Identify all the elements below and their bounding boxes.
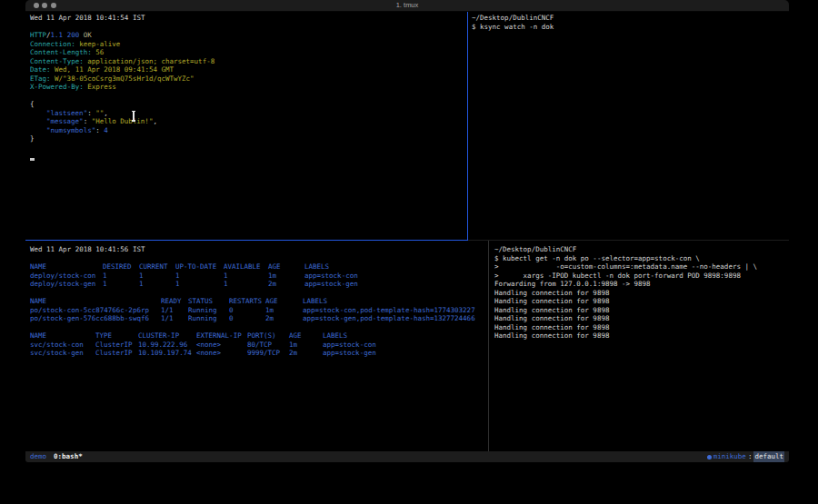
- pane-ksync[interactable]: ~/Desktop/DublinCNCF $ ksync watch -n do…: [468, 12, 789, 241]
- tmux-status-bar: demo0:bash* minikube:default: [25, 451, 789, 462]
- cell: 1/1: [161, 306, 188, 315]
- terminal-window: 1. tmux Wed 11 Apr 2018 10:41:54 IST HTT…: [25, 0, 789, 462]
- cell: 1: [103, 272, 139, 281]
- header-value: Express: [87, 83, 116, 91]
- http-header-line: Date:Wed, 11 Apr 2018 09:41:54 GMT: [30, 65, 472, 74]
- json-separator: :: [84, 117, 92, 125]
- timestamp-line: Wed 11 Apr 2018 10:41:54 IST: [30, 14, 472, 23]
- cell: Running: [188, 306, 229, 315]
- header-value: application/json; charset=utf-8: [87, 57, 214, 65]
- timestamp-line: Wed 11 Apr 2018 10:41:56 IST: [30, 245, 493, 254]
- output-line: Handling connection for 9898: [494, 314, 789, 323]
- blank-line: [30, 289, 493, 298]
- output-text: $ kubectl get -n dok po --selector=app=s…: [494, 254, 700, 262]
- mouse-ibeam-cursor: [133, 112, 135, 121]
- http-header-line: X-Powered-By:Express: [30, 83, 472, 92]
- col-header: PORT(S): [247, 331, 289, 341]
- cell: app=stock-gen: [304, 280, 358, 289]
- cell: po/stock-con-5cc874766c-2p6rp: [30, 306, 161, 315]
- cell: app=stock-gen,pod-template-hash=13277244…: [303, 314, 475, 323]
- output-text: Handling connection for 9898: [494, 323, 609, 331]
- cell: 1m: [268, 272, 304, 281]
- status-right: minikube:default: [707, 451, 784, 462]
- cwd-text: ~/Desktop/DublinCNCF: [494, 245, 576, 253]
- cwd-line: ~/Desktop/DublinCNCF: [472, 14, 789, 23]
- cell: 1: [224, 272, 268, 281]
- cell: ClusterIP: [95, 349, 138, 358]
- col-header: RESTARTS: [229, 297, 265, 306]
- http-headers: Connection:keep-alive Content-Length:56 …: [30, 40, 472, 92]
- output-text: Forwarding from 127.0.0.1:9898 -> 9898: [494, 280, 651, 288]
- json-value: "": [95, 109, 104, 117]
- http-header-line: Content-Type:application/json; charset=u…: [30, 57, 472, 66]
- json-field-lastseen: "lastseen": "",: [30, 109, 472, 118]
- http-reason: OK: [84, 31, 92, 39]
- blank-line: [30, 23, 472, 32]
- output-line: Handling connection for 9898: [494, 297, 789, 306]
- cell: 9999/TCP: [247, 349, 289, 358]
- timestamp-text: Wed 11 Apr 2018 10:41:54 IST: [30, 14, 145, 22]
- cell: deploy/stock-con: [30, 272, 103, 281]
- cell: <none>: [196, 349, 247, 358]
- cell: app=stock-con: [323, 341, 376, 350]
- col-header: LABELS: [303, 297, 327, 306]
- command-text: $ ksync watch -n dok: [472, 23, 554, 31]
- output-line: Forwarding from 127.0.0.1:9898 -> 9898: [494, 280, 789, 289]
- window-titlebar[interactable]: 1. tmux: [25, 0, 789, 12]
- pane-port-forward[interactable]: ~/Desktop/DublinCNCF $ kubectl get -n do…: [489, 241, 789, 451]
- json-open-brace: {: [30, 100, 472, 109]
- header-key: Date:: [30, 65, 51, 74]
- col-header: LABELS: [304, 262, 329, 272]
- col-header: CURRENT: [139, 262, 175, 272]
- services-rows: svc/stock-conClusterIP10.99.222.96<none>…: [30, 341, 493, 358]
- cell: 1: [224, 280, 268, 289]
- shell-cursor-line: [30, 152, 472, 161]
- table-row: svc/stock-conClusterIP10.99.222.96<none>…: [30, 341, 493, 350]
- cell: ClusterIP: [95, 341, 138, 350]
- output-text: Handling connection for 9898: [494, 314, 609, 322]
- http-header-line: Content-Length:56: [30, 48, 472, 57]
- col-header: TYPE: [95, 331, 138, 341]
- col-header: READY: [161, 297, 188, 306]
- window-tab-bash[interactable]: 0:bash*: [54, 452, 83, 460]
- cell: 1: [175, 272, 224, 281]
- col-header: STATUS: [188, 297, 229, 306]
- header-key: Content-Length:: [30, 48, 92, 56]
- brace: }: [30, 134, 35, 143]
- blank-line: [30, 323, 493, 332]
- blank-line: [30, 143, 472, 153]
- http-header-line: ETag:W/"38-05coCsrg3mQ75sHr1d/qcWTwYZc": [30, 74, 472, 84]
- cell: 1: [175, 280, 224, 289]
- http-header-line: Connection:keep-alive: [30, 40, 472, 49]
- col-header: AGE: [265, 297, 303, 306]
- cell: 1/1: [161, 314, 188, 323]
- table-row: deploy/stock-con11111mapp=stock-con: [30, 272, 493, 281]
- pane-http-response[interactable]: Wed 11 Apr 2018 10:41:54 IST HTTP/1.1 20…: [25, 12, 472, 241]
- output-text: Handling connection for 9898: [494, 306, 609, 314]
- kube-namespace: default: [753, 451, 784, 462]
- pods-rows: po/stock-con-5cc874766c-2p6rp1/1Running0…: [30, 306, 493, 323]
- cell: 2m: [265, 314, 303, 323]
- http-protocol: HTTP: [30, 31, 46, 39]
- col-header: AGE: [289, 331, 323, 341]
- table-row: po/stock-gen-576cc688bb-swqf61/1Running0…: [30, 314, 493, 323]
- window-title: 1. tmux: [25, 1, 789, 9]
- services-header-row: NAMETYPECLUSTER-IPEXTERNAL-IPPORT(S)AGEL…: [30, 331, 493, 341]
- deployments-table: NAMEDESIREDCURRENTUP-TO-DATEAVAILABLEAGE…: [30, 262, 493, 289]
- cell: 1: [139, 272, 175, 281]
- cell: 0: [229, 306, 265, 315]
- pane-kubectl-get[interactable]: Wed 11 Apr 2018 10:41:56 IST NAMEDESIRED…: [25, 241, 493, 451]
- col-header: NAME: [30, 297, 161, 306]
- timestamp-text: Wed 11 Apr 2018 10:41:56 IST: [30, 245, 145, 253]
- output-line: > -o=custom-columns=:metadata.name --no-…: [494, 262, 789, 272]
- status-left: demo0:bash*: [30, 451, 83, 462]
- kube-context: minikube: [713, 451, 746, 462]
- desktop: 1. tmux Wed 11 Apr 2018 10:41:54 IST HTT…: [0, 0, 818, 504]
- cell: 2m: [289, 349, 323, 358]
- output-line: Handling connection for 9898: [494, 289, 789, 298]
- pods-header-row: NAMEREADYSTATUSRESTARTSAGELABELS: [30, 297, 493, 306]
- json-comma: ,: [104, 109, 108, 117]
- cell: app=stock-gen: [323, 349, 376, 358]
- col-header: EXTERNAL-IP: [196, 331, 247, 341]
- cell: Running: [188, 314, 229, 323]
